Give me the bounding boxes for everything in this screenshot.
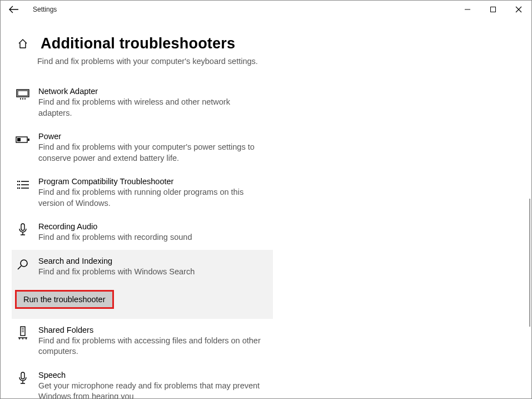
minimize-button[interactable] [455, 1, 480, 18]
troubleshooter-list: Network Adapter Find and fix problems wi… [15, 80, 531, 398]
svg-point-8 [17, 184, 18, 185]
svg-point-11 [19, 188, 20, 189]
home-icon [15, 36, 31, 52]
back-arrow-icon [9, 6, 19, 13]
item-title: Network Adapter [38, 87, 265, 96]
page-title: Additional troubleshooters [41, 35, 235, 52]
close-button[interactable] [506, 1, 531, 18]
svg-point-6 [17, 181, 18, 182]
item-desc: Get your microphone ready and fix proble… [38, 381, 265, 398]
svg-rect-0 [491, 7, 496, 12]
svg-point-7 [19, 181, 20, 182]
item-title: Power [38, 132, 265, 141]
shared-folders-icon [15, 326, 31, 341]
window-title: Settings [33, 6, 57, 13]
minimize-icon [464, 6, 471, 13]
back-button[interactable] [7, 6, 21, 13]
troubleshooter-speech[interactable]: Speech Get your microphone ready and fix… [15, 364, 271, 398]
troubleshooter-recording-audio[interactable]: Recording Audio Find and fix problems wi… [15, 215, 271, 250]
svg-point-13 [21, 260, 27, 267]
network-adapter-icon [15, 87, 31, 102]
item-title: Program Compatibility Troubleshooter [38, 177, 265, 186]
svg-rect-5 [28, 139, 29, 141]
troubleshooter-network-adapter[interactable]: Network Adapter Find and fix problems wi… [15, 80, 271, 125]
run-troubleshooter-button[interactable]: Run the troubleshooter [15, 290, 114, 309]
maximize-icon [490, 6, 496, 13]
item-desc: Find and fix problems with wireless and … [38, 97, 265, 119]
svg-rect-2 [18, 91, 28, 96]
list-icon [15, 177, 31, 193]
troubleshooter-search-indexing[interactable]: Search and Indexing Find and fix problem… [12, 250, 273, 319]
item-desc: Find and fix problems with accessing fil… [38, 336, 265, 357]
item-title: Shared Folders [38, 326, 265, 334]
troubleshooter-power[interactable]: Power Find and fix problems with your co… [15, 125, 271, 170]
power-icon [15, 132, 31, 147]
svg-point-9 [19, 184, 20, 185]
item-title: Recording Audio [38, 222, 265, 231]
search-icon [15, 257, 31, 272]
item-desc: Find and fix problems with Windows Searc… [38, 267, 195, 278]
item-title: Search and Indexing [38, 257, 195, 265]
page-subtitle: Find and fix problems with your computer… [37, 57, 531, 66]
svg-rect-4 [17, 138, 21, 141]
svg-point-10 [17, 188, 18, 189]
svg-rect-14 [21, 327, 25, 336]
svg-rect-15 [21, 372, 24, 379]
troubleshooter-program-compatibility[interactable]: Program Compatibility Troubleshooter Fin… [15, 170, 271, 215]
item-desc: Find and fix problems with running older… [38, 187, 265, 209]
item-desc: Find and fix problems with recording sou… [38, 232, 265, 243]
close-icon [515, 6, 522, 13]
microphone-icon [15, 371, 31, 386]
troubleshooter-shared-folders[interactable]: Shared Folders Find and fix problems wit… [15, 319, 271, 364]
scrollbar[interactable] [529, 199, 530, 327]
microphone-icon [15, 222, 31, 238]
maximize-button[interactable] [480, 1, 506, 18]
svg-rect-12 [21, 224, 24, 230]
item-desc: Find and fix problems with your computer… [38, 142, 265, 164]
item-title: Speech [38, 371, 265, 380]
